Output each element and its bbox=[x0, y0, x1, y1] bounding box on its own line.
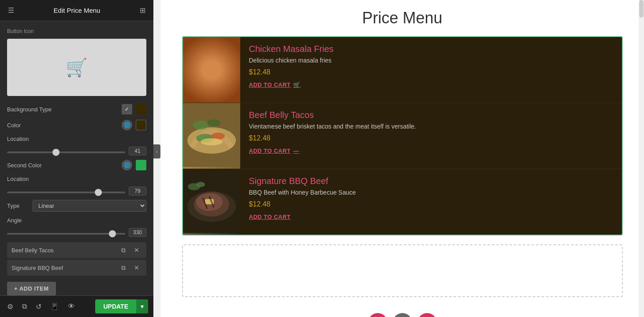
button-icon-label: Button Icon bbox=[0, 26, 153, 36]
menu-item-desc-2: BBQ Beef with Honey Barbecue Sauce bbox=[249, 189, 613, 196]
angle-label: Angle bbox=[7, 217, 146, 224]
square-circle-button[interactable]: ■ bbox=[393, 313, 412, 317]
layers-icon[interactable]: ⧉ bbox=[20, 301, 29, 312]
eye-icon[interactable]: 👁 bbox=[66, 301, 77, 312]
menu-item-0: Chicken Masala Fries Delicious chicken m… bbox=[183, 37, 622, 103]
device-icon[interactable]: 📱 bbox=[48, 301, 61, 313]
scrollbar-thumb[interactable] bbox=[639, 0, 644, 18]
background-type-label: Background Type bbox=[7, 106, 118, 113]
bbq-image-svg bbox=[183, 169, 240, 233]
location-slider[interactable] bbox=[7, 151, 125, 153]
list-item-copy-1[interactable]: ⧉ bbox=[118, 262, 129, 273]
color-globe-icon[interactable]: 🌐 bbox=[122, 120, 132, 130]
page-title: Price Menu bbox=[182, 9, 623, 27]
page-content: Price Menu bbox=[164, 0, 640, 317]
collapse-arrow[interactable]: ‹ bbox=[153, 144, 160, 158]
type-label: Type bbox=[7, 203, 29, 209]
second-location-label-row: Location bbox=[0, 173, 153, 185]
second-color-globe-icon[interactable]: 🌐 bbox=[122, 160, 132, 170]
color-swatch[interactable] bbox=[136, 120, 146, 130]
grid-icon[interactable]: ⊞ bbox=[139, 5, 146, 15]
list-item-copy-0[interactable]: ⧉ bbox=[118, 245, 129, 255]
location-value[interactable]: 41 bbox=[129, 147, 146, 155]
add-circle-button[interactable]: + bbox=[368, 313, 387, 317]
scrollbar-track bbox=[639, 0, 644, 317]
second-location-slider-container bbox=[7, 187, 125, 195]
angle-slider-container bbox=[7, 229, 125, 236]
location-slider-row: 41 bbox=[0, 145, 153, 157]
menu-item-name-2: Signature BBQ Beef bbox=[249, 176, 613, 186]
svg-point-2 bbox=[194, 54, 216, 73]
tacos-image-svg bbox=[183, 103, 240, 167]
svg-point-13 bbox=[193, 121, 208, 129]
panel-title: Edit Price Menu bbox=[54, 7, 101, 14]
menu-icon[interactable]: ☰ bbox=[7, 5, 15, 15]
second-location-label: Location bbox=[7, 176, 146, 182]
add-to-cart-button-1[interactable]: ADD TO CART — bbox=[249, 147, 299, 154]
svg-point-6 bbox=[190, 77, 203, 85]
svg-point-3 bbox=[207, 66, 225, 82]
right-panel: Price Menu bbox=[160, 0, 644, 317]
chicken-image-svg bbox=[183, 37, 240, 101]
cart-icon: 🛒 bbox=[66, 59, 88, 76]
menu-item-image-1 bbox=[183, 103, 240, 169]
list-item-close-0[interactable]: ✕ bbox=[131, 245, 142, 255]
menu-item-1: Beef Belly Tacos Vientamese beef brisket… bbox=[183, 103, 622, 169]
check-button[interactable]: ✓ bbox=[122, 104, 132, 114]
svg-point-23 bbox=[196, 182, 205, 187]
list-item-text-1: Signature BBQ Beef bbox=[11, 265, 115, 271]
settings-icon[interactable]: ⚙ bbox=[5, 301, 15, 313]
panel-content: Button Icon 🛒 Background Type ✓ Color 🌐 … bbox=[0, 21, 153, 295]
second-color-row: Second Color 🌐 bbox=[0, 157, 153, 173]
update-arrow-button[interactable]: ▾ bbox=[136, 299, 148, 313]
menu-item-details-0: Chicken Masala Fries Delicious chicken m… bbox=[240, 37, 622, 103]
left-panel: ☰ Edit Price Menu ⊞ Button Icon 🛒 Backgr… bbox=[0, 0, 153, 317]
location-slider-container bbox=[7, 147, 125, 155]
list-item-close-1[interactable]: ✕ bbox=[131, 262, 142, 273]
angle-value[interactable]: 330 bbox=[129, 228, 146, 237]
cart-icon-1: — bbox=[293, 147, 299, 154]
second-color-label: Second Color bbox=[7, 162, 118, 169]
list-item-text-0: Beef Belly Tacos bbox=[11, 247, 115, 254]
list-item: Signature BBQ Beef ⧉ ✕ bbox=[7, 260, 146, 276]
svg-point-7 bbox=[220, 52, 230, 57]
history-icon[interactable]: ↺ bbox=[34, 301, 43, 313]
menu-item-image-2 bbox=[183, 169, 240, 235]
location-label-row: Location bbox=[0, 133, 153, 145]
second-location-slider-row: 79 bbox=[0, 185, 153, 197]
color-label: Color bbox=[7, 122, 118, 129]
color-row: Color 🌐 bbox=[0, 117, 153, 133]
menu-item-details-2: Signature BBQ Beef BBQ Beef with Honey B… bbox=[240, 169, 622, 235]
button-icon-preview: 🛒 bbox=[7, 39, 146, 96]
edit-circle-button[interactable]: EK bbox=[417, 313, 437, 317]
drop-area bbox=[182, 244, 623, 297]
second-location-slider[interactable] bbox=[7, 192, 125, 193]
angle-slider[interactable] bbox=[7, 233, 125, 235]
svg-point-5 bbox=[214, 63, 223, 72]
menu-items-list: Chicken Masala Fries Delicious chicken m… bbox=[182, 36, 623, 236]
menu-item-desc-0: Delicious chicken masala fries bbox=[249, 57, 613, 64]
type-select[interactable]: Linear Radial bbox=[33, 200, 146, 212]
menu-item-image-0 bbox=[183, 37, 240, 103]
bottom-toolbar: ⚙ ⧉ ↺ 📱 👁 UPDATE ▾ bbox=[0, 295, 153, 317]
list-item: Beef Belly Tacos ⧉ ✕ bbox=[7, 242, 146, 258]
second-location-value[interactable]: 79 bbox=[129, 187, 146, 195]
menu-item-name-1: Beef Belly Tacos bbox=[249, 110, 613, 120]
svg-point-12 bbox=[201, 138, 223, 145]
background-type-swatch[interactable] bbox=[136, 104, 146, 114]
add-item-button[interactable]: + ADD ITEM bbox=[7, 282, 56, 295]
background-type-row: Background Type ✓ bbox=[0, 101, 153, 117]
list-items: Beef Belly Tacos ⧉ ✕ Signature BBQ Beef … bbox=[0, 239, 153, 277]
second-color-swatch[interactable] bbox=[136, 160, 146, 170]
menu-item-details-1: Beef Belly Tacos Vientamese beef brisket… bbox=[240, 103, 622, 169]
angle-slider-row: 330 bbox=[0, 226, 153, 239]
add-to-cart-button-0[interactable]: ADD TO CART 🛒 bbox=[249, 81, 301, 88]
menu-item-name-0: Chicken Masala Fries bbox=[249, 44, 613, 54]
add-to-cart-button-2[interactable]: ADD TO CART bbox=[249, 214, 291, 220]
panel-header: ☰ Edit Price Menu ⊞ bbox=[0, 0, 153, 21]
bottom-actions: + ■ EK bbox=[182, 306, 623, 317]
update-button[interactable]: UPDATE bbox=[95, 299, 136, 313]
angle-label-row: Angle bbox=[0, 214, 153, 226]
svg-point-1 bbox=[190, 51, 234, 86]
toolbar-right: UPDATE ▾ bbox=[95, 299, 148, 313]
